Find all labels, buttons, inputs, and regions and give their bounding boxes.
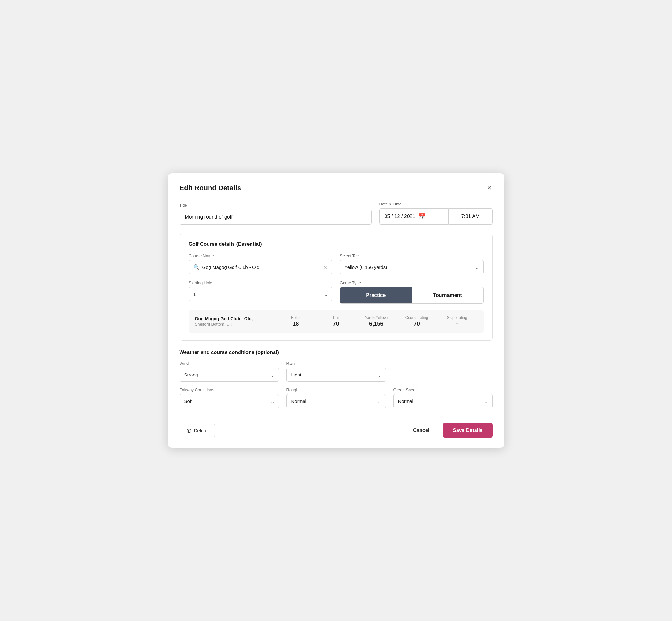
rough-select-wrap: ShortNormalLongVery Long ⌄ [287, 394, 386, 408]
golf-course-section-title: Golf Course details (Essential) [189, 241, 484, 247]
course-name-input[interactable] [202, 264, 321, 270]
delete-button[interactable]: 🗑 Delete [179, 424, 215, 437]
starting-hole-dropdown[interactable]: 1234 5678 910 [189, 287, 333, 301]
yards-value: 6,156 [356, 321, 396, 327]
spacer [393, 361, 493, 382]
wind-select-wrap: CalmLightModerateStrongVery Strong ⌄ [179, 368, 279, 382]
par-label: Par [316, 316, 356, 320]
rough-label: Rough [287, 387, 386, 392]
course-rating-stat: Course rating 70 [396, 316, 437, 327]
save-button[interactable]: Save Details [443, 423, 493, 438]
rough-group: Rough ShortNormalLongVery Long ⌄ [287, 387, 386, 408]
wind-label: Wind [179, 361, 279, 366]
clear-icon[interactable]: ✕ [323, 264, 328, 270]
starting-hole-group: Starting Hole 1234 5678 910 ⌄ [189, 281, 333, 303]
search-icon: 🔍 [194, 264, 200, 270]
course-rating-label: Course rating [396, 316, 437, 320]
slope-rating-label: Slope rating [437, 316, 477, 320]
modal-title: Edit Round Details [179, 184, 241, 192]
weather-section: Weather and course conditions (optional)… [179, 349, 493, 408]
conditions-row: Fairway Conditions FirmNormalSoftWet ⌄ R… [179, 387, 493, 408]
modal-header: Edit Round Details × [179, 183, 493, 193]
yards-label: Yards(Yellow) [356, 316, 396, 320]
practice-button[interactable]: Practice [340, 287, 412, 303]
holes-value: 18 [276, 321, 316, 327]
title-field-group: Title [179, 203, 372, 225]
date-input-wrap[interactable]: 05 / 12 / 2021 📅 [379, 208, 449, 225]
select-tee-wrap: Yellow (6,156 yards) White Red Blue ⌄ [340, 260, 484, 274]
rain-dropdown[interactable]: NoneLightModerateHeavy [287, 368, 386, 382]
course-name-group: Course Name 🔍 ✕ [189, 253, 333, 274]
slope-rating-value: - [437, 321, 477, 327]
slope-rating-stat: Slope rating - [437, 316, 477, 327]
select-tee-group: Select Tee Yellow (6,156 yards) White Re… [340, 253, 484, 274]
par-value: 70 [316, 321, 356, 327]
tournament-button[interactable]: Tournament [412, 287, 483, 303]
game-type-label: Game Type [340, 281, 484, 285]
datetime-group: 05 / 12 / 2021 📅 7:31 AM [379, 208, 493, 225]
course-location: Shelford Bottom, UK [195, 322, 276, 327]
rain-select-wrap: NoneLightModerateHeavy ⌄ [287, 368, 386, 382]
time-input-wrap[interactable]: 7:31 AM [449, 208, 493, 225]
select-tee-dropdown[interactable]: Yellow (6,156 yards) White Red Blue [340, 260, 484, 274]
holes-label: Holes [276, 316, 316, 320]
holes-stat: Holes 18 [276, 316, 316, 327]
fairway-select-wrap: FirmNormalSoftWet ⌄ [179, 394, 279, 408]
datetime-label: Date & Time [379, 202, 493, 206]
title-label: Title [179, 203, 372, 208]
fairway-group: Fairway Conditions FirmNormalSoftWet ⌄ [179, 387, 279, 408]
trash-icon: 🗑 [187, 428, 192, 433]
title-input[interactable] [179, 210, 372, 225]
course-name-label: Course Name [189, 253, 333, 258]
close-button[interactable]: × [486, 183, 493, 193]
course-info-name: Gog Magog Golf Club - Old, Shelford Bott… [195, 316, 276, 327]
cancel-button[interactable]: Cancel [407, 424, 435, 437]
yards-stat: Yards(Yellow) 6,156 [356, 316, 396, 327]
green-speed-select-wrap: SlowNormalFastVery Fast ⌄ [393, 394, 493, 408]
course-rating-value: 70 [396, 321, 437, 327]
weather-title: Weather and course conditions (optional) [179, 349, 493, 355]
golf-course-section: Golf Course details (Essential) Course N… [179, 234, 493, 341]
wind-group: Wind CalmLightModerateStrongVery Strong … [179, 361, 279, 382]
course-name-tee-row: Course Name 🔍 ✕ Select Tee Yellow (6,156… [189, 253, 484, 274]
footer-right: Cancel Save Details [407, 423, 493, 438]
delete-label: Delete [194, 428, 208, 433]
starting-hole-label: Starting Hole [189, 281, 333, 285]
calendar-icon: 📅 [418, 213, 425, 220]
green-speed-label: Green Speed [393, 387, 493, 392]
time-value: 7:31 AM [461, 214, 480, 219]
rough-dropdown[interactable]: ShortNormalLongVery Long [287, 394, 386, 408]
rain-group: Rain NoneLightModerateHeavy ⌄ [287, 361, 386, 382]
green-speed-dropdown[interactable]: SlowNormalFastVery Fast [393, 394, 493, 408]
course-info-bar: Gog Magog Golf Club - Old, Shelford Bott… [189, 310, 484, 333]
top-row: Title Date & Time 05 / 12 / 2021 📅 7:31 … [179, 202, 493, 225]
fairway-label: Fairway Conditions [179, 387, 279, 392]
select-tee-label: Select Tee [340, 253, 484, 258]
fairway-dropdown[interactable]: FirmNormalSoftWet [179, 394, 279, 408]
par-stat: Par 70 [316, 316, 356, 327]
edit-round-modal: Edit Round Details × Title Date & Time 0… [168, 173, 504, 448]
starting-hole-game-type-row: Starting Hole 1234 5678 910 ⌄ Game Type … [189, 281, 484, 303]
course-name-display: Gog Magog Golf Club - Old, [195, 316, 276, 321]
wind-dropdown[interactable]: CalmLightModerateStrongVery Strong [179, 368, 279, 382]
datetime-field-group: Date & Time 05 / 12 / 2021 📅 7:31 AM [379, 202, 493, 225]
footer-row: 🗑 Delete Cancel Save Details [179, 417, 493, 438]
starting-hole-wrap: 1234 5678 910 ⌄ [189, 287, 333, 301]
course-name-input-wrap[interactable]: 🔍 ✕ [189, 260, 333, 274]
game-type-toggle: Practice Tournament [340, 287, 484, 303]
rain-label: Rain [287, 361, 386, 366]
green-speed-group: Green Speed SlowNormalFastVery Fast ⌄ [393, 387, 493, 408]
wind-rain-row: Wind CalmLightModerateStrongVery Strong … [179, 361, 493, 382]
game-type-group: Game Type Practice Tournament [340, 281, 484, 303]
date-value: 05 / 12 / 2021 [385, 214, 416, 219]
